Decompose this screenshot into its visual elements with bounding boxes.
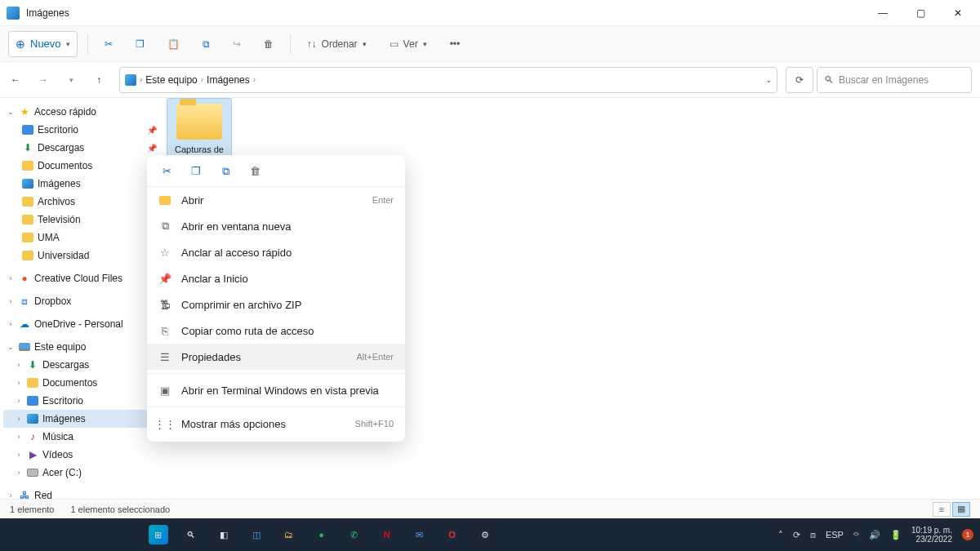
- sidebar-item[interactable]: Imágenes📌: [3, 175, 160, 193]
- sidebar-creative-cloud[interactable]: ›●Creative Cloud Files: [3, 269, 160, 287]
- cut-button[interactable]: ✂: [98, 31, 119, 57]
- sidebar-item[interactable]: ›Acer (C:): [3, 464, 160, 482]
- close-button[interactable]: ✕: [939, 0, 977, 26]
- up-button[interactable]: ↑: [87, 68, 111, 92]
- ctx-pin-start[interactable]: 📌Anclar a Inicio: [147, 265, 405, 291]
- chevron-right-icon[interactable]: ›: [7, 320, 15, 328]
- sidebar-dropbox[interactable]: ›⧈Dropbox: [3, 292, 160, 310]
- icons-view-button[interactable]: ▦: [952, 502, 970, 517]
- ctx-open-terminal[interactable]: ▣Abrir en Terminal Windows en vista prev…: [147, 377, 405, 403]
- status-count: 1 elemento: [10, 504, 54, 514]
- mail-icon[interactable]: ✉: [410, 525, 430, 544]
- sidebar-item[interactable]: Universidad: [3, 247, 160, 264]
- more-button[interactable]: •••: [443, 31, 467, 57]
- sidebar-item[interactable]: ›▶Vídeos: [3, 446, 160, 464]
- sidebar-network[interactable]: ›🖧Red: [3, 487, 160, 499]
- opera-icon[interactable]: O: [443, 525, 462, 544]
- chevron-right-icon[interactable]: ›: [15, 433, 23, 441]
- settings-icon[interactable]: ⚙: [475, 525, 495, 544]
- chevron-right-icon[interactable]: ›: [15, 469, 23, 477]
- ctx-open[interactable]: AbrirEnter: [147, 187, 405, 213]
- refresh-button[interactable]: ⟳: [786, 67, 813, 93]
- sidebar-quick-access[interactable]: ⌄ ★ Acceso rápido: [3, 103, 160, 121]
- copy-icon[interactable]: ❐: [188, 165, 204, 178]
- address-bar[interactable]: › Este equipo › Imágenes › ⌄: [119, 67, 777, 93]
- sidebar-this-pc[interactable]: ⌄Este equipo: [3, 338, 160, 356]
- ctx-copy-path[interactable]: ⎘Copiar como ruta de acceso: [147, 318, 405, 344]
- widgets-button[interactable]: ◫: [247, 525, 266, 544]
- sidebar-item[interactable]: ›⬇Descargas: [3, 356, 160, 374]
- chevron-right-icon[interactable]: ›: [15, 415, 23, 423]
- sidebar-item[interactable]: ›Documentos: [3, 374, 160, 392]
- ctx-more-options[interactable]: ⋮⋮Mostrar más opcionesShift+F10: [147, 411, 405, 437]
- sidebar-item[interactable]: UMA: [3, 229, 160, 247]
- status-bar: 1 elemento 1 elemento seleccionado ≡ ▦: [0, 499, 980, 518]
- network-icon: 🖧: [18, 489, 31, 499]
- dropbox-icon: ⧈: [18, 295, 31, 308]
- view-button[interactable]: ▭ Ver ▾: [383, 31, 434, 57]
- search-input[interactable]: 🔍︎ Buscar en Imágenes: [817, 67, 972, 93]
- trash-icon[interactable]: 🗑: [247, 165, 263, 178]
- wifi-icon[interactable]: ⌔: [853, 530, 859, 540]
- netflix-icon[interactable]: N: [377, 525, 397, 544]
- breadcrumb-root[interactable]: Este equipo: [145, 74, 197, 86]
- tray-chevron-icon[interactable]: ˄: [778, 530, 783, 540]
- sidebar-item-images[interactable]: ›Imágenes: [3, 410, 160, 428]
- sidebar-item[interactable]: Archivos: [3, 193, 160, 211]
- sidebar-item[interactable]: Escritorio📌: [3, 121, 160, 139]
- chevron-right-icon[interactable]: ›: [15, 379, 23, 387]
- taskview-button[interactable]: ◧: [214, 525, 234, 544]
- chevron-right-icon[interactable]: ›: [7, 491, 15, 499]
- chevron-right-icon[interactable]: ›: [15, 451, 23, 459]
- minimize-button[interactable]: —: [864, 0, 902, 26]
- sort-button[interactable]: ↑↓ Ordenar ▾: [301, 31, 373, 57]
- sidebar-item[interactable]: Televisión: [3, 211, 160, 229]
- ctx-open-new-window[interactable]: ⧉Abrir en ventana nueva: [147, 213, 405, 239]
- sidebar-item[interactable]: ›Escritorio: [3, 392, 160, 410]
- chevron-right-icon[interactable]: ›: [15, 361, 23, 369]
- tray-dropbox-icon[interactable]: ⧈: [810, 530, 816, 540]
- chevron-right-icon[interactable]: ›: [7, 297, 15, 305]
- details-view-button[interactable]: ≡: [933, 502, 951, 517]
- back-button[interactable]: ←: [3, 68, 28, 92]
- sidebar-item[interactable]: ›♪Música: [3, 428, 160, 446]
- recent-dropdown[interactable]: ▾: [59, 68, 83, 92]
- rename-button[interactable]: ⧉: [196, 31, 216, 57]
- notification-badge[interactable]: 1: [962, 529, 973, 540]
- address-dropdown[interactable]: ⌄: [765, 75, 772, 84]
- ctx-compress-zip[interactable]: 🗜Comprimir en archivo ZIP: [147, 291, 405, 318]
- spotify-icon[interactable]: ●: [312, 525, 332, 544]
- clock[interactable]: 10:19 p. m. 23/2/2022: [911, 526, 952, 544]
- share-button[interactable]: ↪: [226, 31, 247, 57]
- sidebar-onedrive[interactable]: ›☁OneDrive - Personal: [3, 315, 160, 333]
- maximize-button[interactable]: ▢: [902, 0, 939, 26]
- new-button[interactable]: ⊕ Nuevo ▾: [8, 31, 78, 57]
- chevron-down-icon[interactable]: ⌄: [7, 108, 15, 116]
- chevron-right-icon[interactable]: ›: [15, 397, 23, 405]
- rename-icon[interactable]: ⧉: [217, 165, 234, 178]
- star-icon: ☆: [158, 247, 172, 259]
- tray-sync-icon[interactable]: ⟳: [793, 530, 800, 540]
- paste-button[interactable]: 📋: [161, 31, 186, 57]
- chevron-right-icon[interactable]: ›: [7, 274, 15, 282]
- copy-button[interactable]: ❐: [129, 31, 151, 57]
- delete-button[interactable]: 🗑: [257, 31, 280, 57]
- chevron-right-icon: ›: [253, 75, 256, 84]
- sidebar-item[interactable]: ⬇Descargas📌: [3, 139, 160, 157]
- start-button[interactable]: ⊞: [149, 525, 168, 544]
- properties-icon: ☰: [158, 351, 172, 363]
- ctx-properties[interactable]: ☰PropiedadesAlt+Enter: [147, 344, 405, 370]
- battery-icon[interactable]: 🔋: [890, 530, 902, 540]
- forward-button[interactable]: →: [31, 68, 56, 92]
- cut-icon[interactable]: ✂: [158, 165, 175, 178]
- pin-icon: 📌: [147, 126, 157, 135]
- search-button[interactable]: 🔍︎: [181, 525, 201, 544]
- breadcrumb-current[interactable]: Imágenes: [207, 74, 250, 86]
- tray-lang[interactable]: ESP: [826, 530, 844, 540]
- ctx-pin-quick-access[interactable]: ☆Anclar al acceso rápido: [147, 239, 405, 265]
- chevron-down-icon[interactable]: ⌄: [7, 343, 15, 351]
- explorer-button[interactable]: 🗂: [279, 525, 299, 544]
- scissors-icon: ✂: [105, 38, 113, 50]
- sidebar-item[interactable]: Documentos📌: [3, 157, 160, 175]
- whatsapp-icon[interactable]: ✆: [345, 525, 364, 544]
